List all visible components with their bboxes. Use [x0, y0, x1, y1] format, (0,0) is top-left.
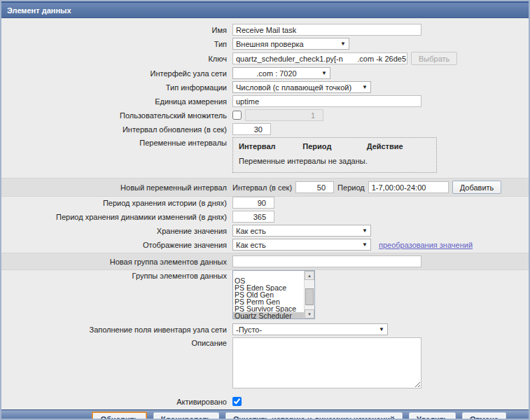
clone-button[interactable]: Клонировать	[153, 412, 219, 420]
chevron-down-icon: ▼	[379, 326, 384, 332]
row-multiplier: Пользовательский множитель 1	[1, 109, 529, 121]
flex-intervals-label: Переменные интервалы	[1, 137, 232, 147]
new-flex-interval-input[interactable]: 50	[295, 181, 334, 193]
type-select[interactable]: Внешняя проверка ▼	[232, 38, 349, 50]
row-update-interval: Интервал обновления (в сек) 30	[1, 123, 529, 135]
scrollbar-thumb[interactable]	[305, 288, 314, 305]
inventory-select[interactable]: -Пусто- ▼	[232, 323, 388, 335]
history-label: Период хранения истории (в днях)	[1, 199, 232, 207]
description-textarea[interactable]	[232, 337, 421, 388]
info-type-select[interactable]: Числовой (с плавающей точкой) ▼	[232, 81, 371, 93]
type-label: Тип	[1, 40, 232, 48]
chevron-down-icon: ▼	[362, 84, 368, 90]
list-item[interactable]: PS Survivor Space	[233, 305, 304, 312]
list-item-selected[interactable]: Quartz Scheduler	[233, 312, 304, 318]
multiplier-label: Пользовательский множитель	[1, 111, 232, 120]
enabled-label: Активировано	[1, 398, 232, 406]
list-item[interactable]: PS Eden Space	[233, 284, 304, 291]
chevron-down-icon: ▼	[362, 241, 368, 248]
delta-label: Хранение значения	[1, 227, 232, 235]
clear-history-button[interactable]: Очистить историю и динамику изменений	[225, 412, 403, 420]
units-label: Единица измерения	[1, 97, 232, 106]
info-type-label: Тип информации	[1, 83, 232, 92]
key-label: Ключ	[1, 55, 232, 63]
row-description: Описание	[1, 337, 529, 388]
row-new-flex-interval: Новый переменный интервал Интервал (в се…	[1, 178, 529, 197]
update-interval-input[interactable]: 30	[232, 123, 271, 135]
enabled-checkbox[interactable]	[232, 397, 242, 406]
inventory-label: Заполнение поля инвентаря узла сети	[1, 326, 232, 334]
update-button[interactable]: Обновить	[92, 412, 146, 420]
value-mapping-link[interactable]: преобразования значений	[379, 241, 473, 249]
trends-input[interactable]: 365	[232, 211, 274, 223]
row-type: Тип Внешняя проверка ▼	[1, 38, 529, 50]
row-name: Имя Receive Mail task	[1, 24, 529, 36]
list-item[interactable]: PS Old Gen	[233, 291, 304, 298]
new-application-label: Новая группа элементов данных	[1, 258, 232, 266]
chevron-down-icon: ▼	[321, 70, 327, 76]
new-flex-interval-label: Интервал (в сек)	[232, 183, 292, 192]
name-label: Имя	[1, 26, 232, 34]
row-value-map: Отображение значения Как есть ▼ преобраз…	[1, 239, 529, 251]
flex-intervals-empty-text: Переменные интервалы не заданы.	[239, 157, 431, 165]
delete-button[interactable]: Удалить	[409, 412, 456, 420]
name-input[interactable]: Receive Mail task	[232, 24, 421, 36]
key-input[interactable]: quartz_scheduler_check1.py[-n .com -k 26…	[232, 52, 407, 64]
listbox-scrollbar[interactable]: ▲ ▼	[304, 271, 314, 318]
units-input[interactable]: uptime	[232, 95, 421, 107]
delta-select[interactable]: Как есть ▼	[232, 225, 371, 237]
list-item[interactable]	[233, 271, 304, 277]
new-flex-period-input[interactable]: 1-7,00:00-24:00	[368, 181, 449, 193]
applications-listbox[interactable]: OS PS Eden Space PS Old Gen PS Perm Gen …	[232, 270, 315, 319]
row-info-type: Тип информации Числовой (с плавающей точ…	[1, 81, 529, 93]
chevron-down-icon: ▼	[362, 227, 368, 234]
scroll-down-icon[interactable]: ▼	[305, 309, 314, 318]
multiplier-input: 1	[245, 109, 323, 121]
scroll-up-icon[interactable]: ▲	[305, 271, 314, 280]
footer-bar: Обновить Клонировать Очистить историю и …	[1, 410, 529, 420]
interface-label: Интерфейс узла сети	[1, 69, 232, 78]
row-delta: Хранение значения Как есть ▼	[1, 225, 529, 237]
trends-label: Период хранения динамики изменений (в дн…	[1, 213, 232, 221]
description-label: Описание	[1, 337, 232, 347]
list-item[interactable]: OS	[233, 277, 304, 284]
dialog-titlebar: Элемент данных	[1, 1, 529, 18]
key-select-button[interactable]: Выбрать	[411, 52, 457, 65]
flex-col-action: Действие	[367, 142, 431, 150]
history-input[interactable]: 90	[232, 197, 274, 209]
row-inventory: Заполнение поля инвентаря узла сети -Пус…	[1, 323, 529, 335]
row-flex-intervals: Переменные интервалы Интервал Период Дей…	[1, 137, 529, 176]
row-key: Ключ quartz_scheduler_check1.py[-n .com …	[1, 52, 529, 65]
add-flex-interval-button[interactable]: Добавить	[452, 181, 502, 194]
value-map-select[interactable]: Как есть ▼	[232, 239, 371, 251]
row-trends: Период хранения динамики изменений (в дн…	[1, 211, 529, 223]
flex-intervals-box: Интервал Период Действие Переменные инте…	[232, 137, 437, 173]
dialog-title: Элемент данных	[7, 6, 71, 15]
new-flex-label: Новый переменный интервал	[1, 183, 232, 192]
item-dialog: Элемент данных Имя Receive Mail task Тип…	[0, 0, 530, 420]
row-history: Период хранения истории (в днях) 90	[1, 197, 529, 209]
applications-label: Группы элементов данных	[1, 270, 232, 280]
update-interval-label: Интервал обновления (в сек)	[1, 125, 232, 134]
row-applications: Группы элементов данных OS PS Eden Space…	[1, 270, 529, 319]
new-application-input[interactable]	[232, 255, 421, 267]
new-flex-period-label: Период	[337, 183, 365, 192]
row-interface: Интерфейс узла сети .com : 7020 ▼	[1, 67, 529, 79]
row-enabled: Активировано	[1, 396, 529, 407]
row-units: Единица измерения uptime	[1, 95, 529, 107]
interface-select[interactable]: .com : 7020 ▼	[232, 67, 330, 79]
item-form: Имя Receive Mail task Тип Внешняя провер…	[1, 18, 529, 420]
value-map-label: Отображение значения	[1, 241, 232, 249]
cancel-button[interactable]: Отмена	[462, 412, 506, 420]
row-new-application: Новая группа элементов данных	[1, 253, 529, 270]
flex-col-period: Период	[302, 142, 366, 150]
flex-col-interval: Интервал	[239, 142, 302, 150]
chevron-down-icon: ▼	[340, 41, 346, 47]
multiplier-checkbox[interactable]	[232, 111, 242, 120]
list-item[interactable]: PS Perm Gen	[233, 298, 304, 305]
